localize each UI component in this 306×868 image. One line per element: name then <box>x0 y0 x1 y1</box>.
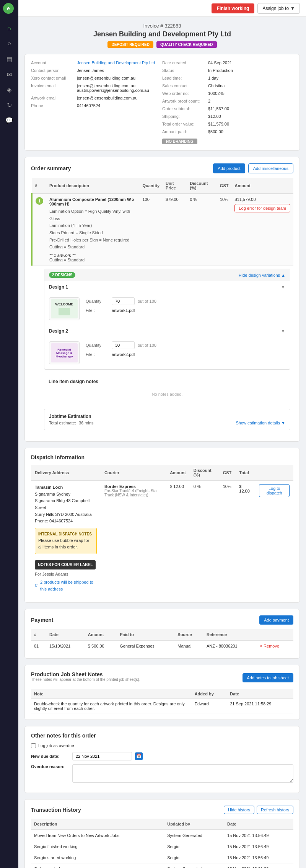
design-1-header[interactable]: Design 1 ▼ <box>44 281 290 293</box>
col-amount: Amount <box>231 178 293 194</box>
delivery-company: Signarama Sydney <box>35 491 97 498</box>
design-1-file-row: File : artwork1.pdf <box>86 308 156 313</box>
payment-remove-cell: ✕ Remove <box>256 640 293 652</box>
payment-amount: $ 500.00 <box>85 640 117 652</box>
jobtime-total-value: 36 mins <box>79 421 94 425</box>
history-row-1: Moved from New Orders to New Artwork Job… <box>31 830 293 841</box>
badge-row: DEPOSIT REQUIRED QUALITY CHECK REQUIRED <box>24 41 300 48</box>
payment-reference: ANZ - 80036201 <box>203 640 256 652</box>
note-text: Double-check the quantity for each artwo… <box>31 699 192 713</box>
delivery-name: Tamasin Loch <box>35 484 97 491</box>
notes-table: Note Added by Date Double-check the quan… <box>31 689 293 713</box>
internal-dispatch-text: Please use bubble wrap for all items in … <box>38 537 93 551</box>
design-1-chevron: ▼ <box>281 284 285 290</box>
history-header-row: Description Updated by Date <box>31 819 293 830</box>
shipped-link[interactable]: ☑ 2 products will be shipped to this add… <box>35 579 97 592</box>
info-total-order: Total order value: $11,579.00 <box>162 122 293 126</box>
info-account: Account Jensen Building and Development … <box>31 60 162 65</box>
production-notes-title-group: Production Job Sheet Notes These notes w… <box>31 671 140 685</box>
sidebar-icon-home[interactable]: ⌂ <box>2 21 16 35</box>
production-notes-title: Production Job Sheet Notes <box>31 671 140 677</box>
account-value: Jensen Building and Development Pty Ltd <box>77 60 155 65</box>
design-1-file-value: artwork1.pdf <box>112 308 135 313</box>
history-col-date: Date <box>224 819 293 830</box>
info-order-subtotal: Order subtotal: $11,567.00 <box>162 106 293 111</box>
show-estimation-link[interactable]: Show estimation details ▼ <box>236 421 285 425</box>
dispatch-header-row: Delivery Address Courier Amount Discount… <box>31 465 293 481</box>
dispatch-col-action <box>255 465 293 481</box>
designs-badge[interactable]: 2 DESIGNS <box>49 272 75 278</box>
payment-remove-link[interactable]: ✕ Remove <box>259 644 290 649</box>
artwork-proof-value: 2 <box>208 99 210 103</box>
sidebar-icon-search[interactable]: ○ <box>2 37 16 51</box>
hide-design-variations-link[interactable]: Hide design variations ▲ <box>239 273 285 277</box>
courier-cell: Border Express Fre-Star Track1.4 (Freigh… <box>101 481 166 596</box>
add-miscellaneous-button[interactable]: Add miscellaneous <box>248 163 293 173</box>
design-2-quantity-input[interactable] <box>112 341 135 349</box>
design-1-quantity-input[interactable] <box>112 297 135 305</box>
finish-working-button[interactable]: Finish working <box>212 3 255 13</box>
order-summary-header: Order summary Add product Add miscellane… <box>31 163 293 173</box>
total-order-label: Total order value: <box>162 122 208 126</box>
design-variations: 2 DESIGNS Hide design variations ▲ Desig… <box>44 269 290 370</box>
col-unit-price: Unit Price <box>163 178 187 194</box>
design-variations-header: 2 DESIGNS Hide design variations ▲ <box>44 269 290 281</box>
product-attributes: Lamination Option = High Quality Vinyl w… <box>49 208 136 251</box>
log-error-button[interactable]: Log error for design team <box>234 204 290 212</box>
sidebar-icon-chat[interactable]: 💬 <box>2 113 16 127</box>
other-notes-section: Other notes for this order Log job as ov… <box>24 726 300 793</box>
header: Finish working Assign job to ▼ <box>18 0 306 17</box>
hide-history-button[interactable]: Hide history <box>224 806 254 814</box>
dispatch-section: Dispatch information Delivery Address Co… <box>24 448 300 603</box>
history-updated-by-2: Sergio <box>164 841 224 852</box>
sidebar-icon-mail[interactable]: ✉ <box>2 67 16 81</box>
dispatch-action-cell: Log to dispatch <box>255 481 293 596</box>
sidebar-icon-settings[interactable]: ◈ <box>2 83 16 96</box>
payment-header-row: # Date Amount Paid to Source Reference <box>31 629 293 640</box>
info-xero: Xero contact email jensen@jensenbuilding… <box>31 76 162 80</box>
dispatch-col-courier: Courier <box>101 465 166 481</box>
new-due-date-input[interactable] <box>72 752 132 760</box>
add-product-button[interactable]: Add product <box>213 163 245 173</box>
internal-dispatch-title: INTERNAL DISPATCH NOTES <box>38 531 93 537</box>
assign-job-button[interactable]: Assign job to ▼ <box>257 3 300 14</box>
new-due-label: New due date: <box>31 754 69 759</box>
logo[interactable]: e <box>3 3 15 15</box>
sidebar-icon-document[interactable]: ▤ <box>2 52 16 66</box>
overdue-reason-textarea[interactable] <box>72 764 293 783</box>
log-to-dispatch-button[interactable]: Log to dispatch <box>259 484 290 497</box>
overdue-checkbox[interactable] <box>31 743 36 748</box>
account-link[interactable]: Jensen Building and Development Pty Ltd <box>77 60 155 65</box>
history-col-updated-by: Updated by <box>164 819 224 830</box>
notes-col-added-by: Added by <box>192 689 227 699</box>
artwork-proof-label: Artwork proof count: <box>162 99 208 103</box>
payment-col-num: # <box>31 629 46 640</box>
dispatch-total-cell: $ 12.00 <box>235 481 255 596</box>
history-date-3: 15 Nov 2021 13:56:49 <box>224 852 293 863</box>
lead-time-value: 1 day <box>208 76 218 80</box>
payment-title: Payment <box>31 617 53 623</box>
lead-time-label: Lead time: <box>162 76 208 80</box>
info-left: Account Jensen Building and Development … <box>31 60 162 144</box>
info-grid: Account Jensen Building and Development … <box>24 54 300 151</box>
info-date-created: Date created: 04 Sep 2021 <box>162 60 293 65</box>
status-value: In Production <box>208 68 233 73</box>
add-notes-button[interactable]: Add notes to job sheet <box>243 673 293 682</box>
col-gst: GST <box>217 178 232 194</box>
payment-table: # Date Amount Paid to Source Reference 0… <box>31 629 293 652</box>
design-2-header[interactable]: Design 2 ▼ <box>44 325 290 337</box>
history-updated-by-1: System Generated <box>164 830 224 841</box>
order-table: # Product description Quantity Unit Pric… <box>31 178 293 435</box>
add-payment-button[interactable]: Add payment <box>259 615 293 625</box>
dispatch-gst-cell: 10% <box>219 481 236 596</box>
refresh-history-button[interactable]: Refresh history <box>257 806 293 814</box>
history-title: Transaction History <box>31 807 81 813</box>
line-notes-title: Line item design notes <box>49 379 286 384</box>
jobtime-title: Jobtime Estimation <box>49 414 285 419</box>
invoice-header: Invoice # 322863 Jensen Building and Dev… <box>24 23 300 48</box>
sidebar-icon-refresh[interactable]: ↻ <box>2 98 16 112</box>
design-1-quantity-label: Quantity: <box>86 299 109 303</box>
history-description-1: Moved from New Orders to New Artwork Job… <box>31 830 164 841</box>
calendar-icon[interactable]: 📅 <box>135 752 143 760</box>
xero-value: jensen@jensenbuilding.com.au <box>77 76 135 80</box>
